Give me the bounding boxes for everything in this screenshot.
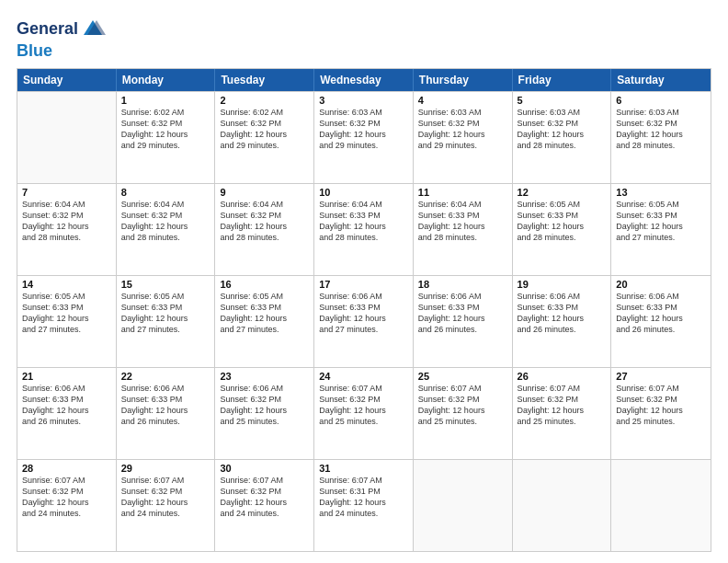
header-day-friday: Friday [513,69,612,91]
day-details: Sunrise: 6:06 AM Sunset: 6:33 PM Dayligh… [22,383,111,428]
day-details: Sunrise: 6:07 AM Sunset: 6:31 PM Dayligh… [319,475,408,520]
day-number: 20 [616,279,706,290]
day-cell-7: 7Sunrise: 6:04 AM Sunset: 6:32 PM Daylig… [17,184,117,275]
empty-cell [513,460,612,551]
day-details: Sunrise: 6:07 AM Sunset: 6:32 PM Dayligh… [220,475,309,520]
day-number: 8 [121,187,210,198]
day-number: 5 [518,95,607,106]
day-details: Sunrise: 6:07 AM Sunset: 6:32 PM Dayligh… [22,475,111,520]
day-number: 12 [518,187,607,198]
empty-cell [17,92,117,183]
logo-icon [80,17,106,42]
header-day-sunday: Sunday [17,69,117,91]
week-row-0: 1Sunrise: 6:02 AM Sunset: 6:32 PM Daylig… [17,91,711,183]
day-cell-23: 23Sunrise: 6:06 AM Sunset: 6:32 PM Dayli… [215,368,314,459]
day-cell-13: 13Sunrise: 6:05 AM Sunset: 6:33 PM Dayli… [611,184,711,275]
day-cell-22: 22Sunrise: 6:06 AM Sunset: 6:33 PM Dayli… [117,368,216,459]
day-number: 27 [616,371,706,382]
empty-cell [414,460,513,551]
day-details: Sunrise: 6:07 AM Sunset: 6:32 PM Dayligh… [418,383,507,428]
calendar-header: SundayMondayTuesdayWednesdayThursdayFrid… [17,69,711,91]
day-cell-26: 26Sunrise: 6:07 AM Sunset: 6:32 PM Dayli… [513,368,612,459]
day-number: 13 [616,187,706,198]
day-number: 1 [121,95,210,106]
day-details: Sunrise: 6:03 AM Sunset: 6:32 PM Dayligh… [319,107,408,152]
day-details: Sunrise: 6:06 AM Sunset: 6:33 PM Dayligh… [319,291,408,336]
day-cell-8: 8Sunrise: 6:04 AM Sunset: 6:32 PM Daylig… [117,184,216,275]
day-details: Sunrise: 6:06 AM Sunset: 6:33 PM Dayligh… [518,291,607,336]
day-details: Sunrise: 6:05 AM Sunset: 6:33 PM Dayligh… [220,291,309,336]
day-cell-4: 4Sunrise: 6:03 AM Sunset: 6:32 PM Daylig… [414,92,513,183]
logo-blue: Blue [17,41,52,60]
day-details: Sunrise: 6:02 AM Sunset: 6:32 PM Dayligh… [220,107,309,152]
day-number: 2 [220,95,309,106]
day-details: Sunrise: 6:04 AM Sunset: 6:32 PM Dayligh… [22,199,111,244]
day-details: Sunrise: 6:03 AM Sunset: 6:32 PM Dayligh… [518,107,607,152]
day-details: Sunrise: 6:02 AM Sunset: 6:32 PM Dayligh… [121,107,210,152]
day-cell-19: 19Sunrise: 6:06 AM Sunset: 6:33 PM Dayli… [513,276,612,367]
day-cell-3: 3Sunrise: 6:03 AM Sunset: 6:32 PM Daylig… [314,92,414,183]
page: General Blue SundayMondayTuesdayWednesda… [0,0,728,563]
day-cell-25: 25Sunrise: 6:07 AM Sunset: 6:32 PM Dayli… [414,368,513,459]
day-cell-10: 10Sunrise: 6:04 AM Sunset: 6:33 PM Dayli… [314,184,414,275]
day-details: Sunrise: 6:07 AM Sunset: 6:32 PM Dayligh… [319,383,408,428]
day-cell-12: 12Sunrise: 6:05 AM Sunset: 6:33 PM Dayli… [513,184,612,275]
day-cell-20: 20Sunrise: 6:06 AM Sunset: 6:33 PM Dayli… [611,276,711,367]
day-details: Sunrise: 6:07 AM Sunset: 6:32 PM Dayligh… [121,475,210,520]
day-number: 9 [220,187,309,198]
day-number: 7 [22,187,111,198]
day-cell-18: 18Sunrise: 6:06 AM Sunset: 6:33 PM Dayli… [414,276,513,367]
day-number: 28 [22,463,111,474]
day-cell-30: 30Sunrise: 6:07 AM Sunset: 6:32 PM Dayli… [215,460,314,551]
day-details: Sunrise: 6:06 AM Sunset: 6:33 PM Dayligh… [616,291,706,336]
day-number: 18 [418,279,507,290]
week-row-3: 21Sunrise: 6:06 AM Sunset: 6:33 PM Dayli… [17,367,711,459]
day-details: Sunrise: 6:03 AM Sunset: 6:32 PM Dayligh… [616,107,706,152]
day-details: Sunrise: 6:05 AM Sunset: 6:33 PM Dayligh… [22,291,111,336]
day-number: 30 [220,463,309,474]
header-day-wednesday: Wednesday [314,69,414,91]
day-number: 24 [319,371,408,382]
day-number: 25 [418,371,507,382]
day-details: Sunrise: 6:05 AM Sunset: 6:33 PM Dayligh… [121,291,210,336]
day-number: 31 [319,463,408,474]
day-details: Sunrise: 6:04 AM Sunset: 6:33 PM Dayligh… [319,199,408,244]
day-number: 15 [121,279,210,290]
day-cell-9: 9Sunrise: 6:04 AM Sunset: 6:32 PM Daylig… [215,184,314,275]
calendar: SundayMondayTuesdayWednesdayThursdayFrid… [17,68,711,552]
day-details: Sunrise: 6:06 AM Sunset: 6:33 PM Dayligh… [121,383,210,428]
calendar-body: 1Sunrise: 6:02 AM Sunset: 6:32 PM Daylig… [17,91,711,551]
day-cell-31: 31Sunrise: 6:07 AM Sunset: 6:31 PM Dayli… [314,460,414,551]
day-details: Sunrise: 6:05 AM Sunset: 6:33 PM Dayligh… [518,199,607,244]
day-number: 11 [418,187,507,198]
day-number: 4 [418,95,507,106]
day-number: 26 [518,371,607,382]
day-cell-14: 14Sunrise: 6:05 AM Sunset: 6:33 PM Dayli… [17,276,117,367]
day-cell-2: 2Sunrise: 6:02 AM Sunset: 6:32 PM Daylig… [215,92,314,183]
week-row-1: 7Sunrise: 6:04 AM Sunset: 6:32 PM Daylig… [17,183,711,275]
day-details: Sunrise: 6:06 AM Sunset: 6:32 PM Dayligh… [220,383,309,428]
day-number: 21 [22,371,111,382]
day-cell-16: 16Sunrise: 6:05 AM Sunset: 6:33 PM Dayli… [215,276,314,367]
day-cell-24: 24Sunrise: 6:07 AM Sunset: 6:32 PM Dayli… [314,368,414,459]
week-row-4: 28Sunrise: 6:07 AM Sunset: 6:32 PM Dayli… [17,459,711,551]
day-cell-6: 6Sunrise: 6:03 AM Sunset: 6:32 PM Daylig… [611,92,711,183]
day-details: Sunrise: 6:04 AM Sunset: 6:33 PM Dayligh… [418,199,507,244]
day-cell-15: 15Sunrise: 6:05 AM Sunset: 6:33 PM Dayli… [117,276,216,367]
day-cell-17: 17Sunrise: 6:06 AM Sunset: 6:33 PM Dayli… [314,276,414,367]
day-cell-21: 21Sunrise: 6:06 AM Sunset: 6:33 PM Dayli… [17,368,117,459]
header-day-saturday: Saturday [611,69,711,91]
day-number: 19 [518,279,607,290]
day-number: 29 [121,463,210,474]
day-cell-29: 29Sunrise: 6:07 AM Sunset: 6:32 PM Dayli… [117,460,216,551]
header-day-tuesday: Tuesday [215,69,314,91]
week-row-2: 14Sunrise: 6:05 AM Sunset: 6:33 PM Dayli… [17,275,711,367]
day-cell-1: 1Sunrise: 6:02 AM Sunset: 6:32 PM Daylig… [117,92,216,183]
day-details: Sunrise: 6:04 AM Sunset: 6:32 PM Dayligh… [220,199,309,244]
day-number: 10 [319,187,408,198]
day-number: 17 [319,279,408,290]
day-details: Sunrise: 6:06 AM Sunset: 6:33 PM Dayligh… [418,291,507,336]
empty-cell [611,460,711,551]
day-cell-27: 27Sunrise: 6:07 AM Sunset: 6:32 PM Dayli… [611,368,711,459]
header-day-monday: Monday [117,69,216,91]
